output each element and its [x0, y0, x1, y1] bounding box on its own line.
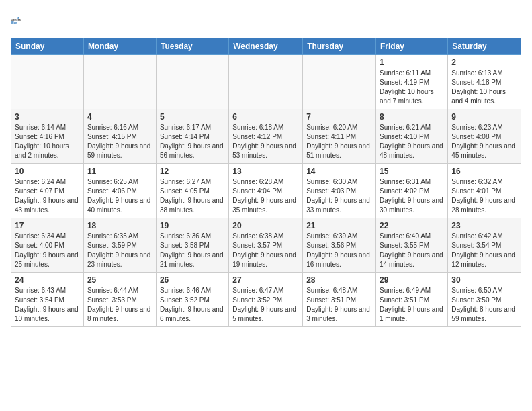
calendar-cell: 26Sunrise: 6:46 AM Sunset: 3:52 PM Dayli… — [156, 273, 228, 327]
day-content: Sunrise: 6:32 AM Sunset: 4:01 PM Dayligh… — [451, 177, 517, 215]
day-number: 13 — [232, 167, 299, 176]
calendar-cell: 28Sunrise: 6:48 AM Sunset: 3:51 PM Dayli… — [303, 273, 376, 327]
week-row-1: 3Sunrise: 6:14 AM Sunset: 4:16 PM Daylig… — [11, 109, 521, 164]
day-number: 6 — [232, 112, 299, 122]
dow-wednesday: Wednesday — [229, 38, 303, 55]
calendar-cell: 1Sunrise: 6:11 AM Sunset: 4:19 PM Daylig… — [376, 55, 448, 109]
calendar-table: SundayMondayTuesdayWednesdayThursdayFrid… — [11, 38, 521, 327]
calendar-cell — [83, 55, 156, 109]
calendar-cell: 7Sunrise: 6:20 AM Sunset: 4:11 PM Daylig… — [303, 109, 376, 164]
calendar-cell: 8Sunrise: 6:21 AM Sunset: 4:10 PM Daylig… — [376, 109, 448, 164]
day-content: Sunrise: 6:14 AM Sunset: 4:16 PM Dayligh… — [15, 123, 80, 161]
day-content: Sunrise: 6:25 AM Sunset: 4:06 PM Dayligh… — [87, 177, 152, 215]
calendar-cell: 6Sunrise: 6:18 AM Sunset: 4:12 PM Daylig… — [229, 109, 303, 164]
calendar-cell: 12Sunrise: 6:27 AM Sunset: 4:05 PM Dayli… — [156, 164, 228, 218]
day-number: 3 — [15, 112, 80, 122]
day-number: 22 — [380, 221, 444, 230]
day-content: Sunrise: 6:21 AM Sunset: 4:10 PM Dayligh… — [380, 123, 444, 161]
dow-saturday: Saturday — [448, 38, 521, 55]
day-content: Sunrise: 6:48 AM Sunset: 3:51 PM Dayligh… — [306, 286, 372, 324]
calendar-cell: 14Sunrise: 6:30 AM Sunset: 4:03 PM Dayli… — [303, 164, 376, 218]
day-number: 18 — [87, 221, 152, 230]
calendar-cell: 10Sunrise: 6:24 AM Sunset: 4:07 PM Dayli… — [11, 164, 84, 218]
day-content: Sunrise: 6:35 AM Sunset: 3:59 PM Dayligh… — [87, 232, 152, 269]
day-number: 2 — [451, 58, 517, 67]
day-number: 14 — [306, 167, 372, 176]
calendar-cell: 19Sunrise: 6:36 AM Sunset: 3:58 PM Dayli… — [156, 218, 228, 273]
calendar-cell: 17Sunrise: 6:34 AM Sunset: 4:00 PM Dayli… — [11, 218, 84, 273]
week-row-3: 17Sunrise: 6:34 AM Sunset: 4:00 PM Dayli… — [11, 218, 521, 273]
calendar-cell: 16Sunrise: 6:32 AM Sunset: 4:01 PM Dayli… — [448, 164, 521, 218]
day-content: Sunrise: 6:43 AM Sunset: 3:54 PM Dayligh… — [15, 286, 80, 324]
dow-thursday: Thursday — [303, 38, 376, 55]
calendar-cell: 23Sunrise: 6:42 AM Sunset: 3:54 PM Dayli… — [448, 218, 521, 273]
day-number: 20 — [232, 221, 299, 230]
week-row-2: 10Sunrise: 6:24 AM Sunset: 4:07 PM Dayli… — [11, 164, 521, 218]
calendar-cell: 22Sunrise: 6:40 AM Sunset: 3:55 PM Dayli… — [376, 218, 448, 273]
calendar-cell: 9Sunrise: 6:23 AM Sunset: 4:08 PM Daylig… — [448, 109, 521, 164]
calendar-cell: 25Sunrise: 6:44 AM Sunset: 3:53 PM Dayli… — [83, 273, 156, 327]
calendar-cell: 18Sunrise: 6:35 AM Sunset: 3:59 PM Dayli… — [83, 218, 156, 273]
calendar-cell: 21Sunrise: 6:39 AM Sunset: 3:56 PM Dayli… — [303, 218, 376, 273]
day-content: Sunrise: 6:11 AM Sunset: 4:19 PM Dayligh… — [380, 68, 444, 106]
calendar-cell: 15Sunrise: 6:31 AM Sunset: 4:02 PM Dayli… — [376, 164, 448, 218]
calendar-cell: 24Sunrise: 6:43 AM Sunset: 3:54 PM Dayli… — [11, 273, 84, 327]
day-number: 29 — [380, 275, 444, 285]
day-content: Sunrise: 6:36 AM Sunset: 3:58 PM Dayligh… — [160, 232, 225, 269]
page-header: General Blue — [11, 11, 521, 30]
day-number: 15 — [380, 167, 444, 176]
day-content: Sunrise: 6:31 AM Sunset: 4:02 PM Dayligh… — [380, 177, 444, 215]
day-content: Sunrise: 6:23 AM Sunset: 4:08 PM Dayligh… — [451, 123, 517, 161]
day-number: 30 — [451, 275, 517, 285]
day-number: 7 — [306, 112, 372, 122]
calendar-cell — [229, 55, 303, 109]
day-content: Sunrise: 6:17 AM Sunset: 4:14 PM Dayligh… — [160, 123, 225, 161]
calendar-cell: 11Sunrise: 6:25 AM Sunset: 4:06 PM Dayli… — [83, 164, 156, 218]
calendar-cell: 20Sunrise: 6:38 AM Sunset: 3:57 PM Dayli… — [229, 218, 303, 273]
calendar-cell — [11, 55, 84, 109]
svg-text:Blue: Blue — [11, 21, 17, 24]
day-number: 21 — [306, 221, 372, 230]
day-content: Sunrise: 6:46 AM Sunset: 3:52 PM Dayligh… — [160, 286, 225, 324]
day-number: 12 — [160, 167, 225, 176]
calendar-body: 1Sunrise: 6:11 AM Sunset: 4:19 PM Daylig… — [11, 55, 521, 327]
day-content: Sunrise: 6:44 AM Sunset: 3:53 PM Dayligh… — [87, 286, 152, 324]
day-number: 26 — [160, 275, 225, 285]
day-content: Sunrise: 6:40 AM Sunset: 3:55 PM Dayligh… — [380, 232, 444, 269]
logo: General Blue — [11, 11, 32, 30]
calendar-cell — [156, 55, 228, 109]
day-content: Sunrise: 6:20 AM Sunset: 4:11 PM Dayligh… — [306, 123, 372, 161]
day-content: Sunrise: 6:18 AM Sunset: 4:12 PM Dayligh… — [232, 123, 299, 161]
calendar-cell: 27Sunrise: 6:47 AM Sunset: 3:52 PM Dayli… — [229, 273, 303, 327]
day-content: Sunrise: 6:24 AM Sunset: 4:07 PM Dayligh… — [15, 177, 80, 215]
dow-sunday: Sunday — [11, 38, 84, 55]
day-content: Sunrise: 6:13 AM Sunset: 4:18 PM Dayligh… — [451, 68, 517, 106]
week-row-4: 24Sunrise: 6:43 AM Sunset: 3:54 PM Dayli… — [11, 273, 521, 327]
day-number: 28 — [306, 275, 372, 285]
day-content: Sunrise: 6:30 AM Sunset: 4:03 PM Dayligh… — [306, 177, 372, 215]
calendar-cell: 4Sunrise: 6:16 AM Sunset: 4:15 PM Daylig… — [83, 109, 156, 164]
day-number: 17 — [15, 221, 80, 230]
day-number: 11 — [87, 167, 152, 176]
dow-friday: Friday — [376, 38, 448, 55]
calendar-cell: 5Sunrise: 6:17 AM Sunset: 4:14 PM Daylig… — [156, 109, 228, 164]
day-number: 5 — [160, 112, 225, 122]
calendar-cell: 2Sunrise: 6:13 AM Sunset: 4:18 PM Daylig… — [448, 55, 521, 109]
day-content: Sunrise: 6:50 AM Sunset: 3:50 PM Dayligh… — [451, 286, 517, 324]
day-number: 16 — [451, 167, 517, 176]
day-number: 23 — [451, 221, 517, 230]
day-number: 4 — [87, 112, 152, 122]
calendar-cell: 30Sunrise: 6:50 AM Sunset: 3:50 PM Dayli… — [448, 273, 521, 327]
calendar-cell: 3Sunrise: 6:14 AM Sunset: 4:16 PM Daylig… — [11, 109, 84, 164]
day-number: 27 — [232, 275, 299, 285]
day-content: Sunrise: 6:27 AM Sunset: 4:05 PM Dayligh… — [160, 177, 225, 215]
day-content: Sunrise: 6:16 AM Sunset: 4:15 PM Dayligh… — [87, 123, 152, 161]
day-content: Sunrise: 6:34 AM Sunset: 4:00 PM Dayligh… — [15, 232, 80, 269]
day-content: Sunrise: 6:49 AM Sunset: 3:51 PM Dayligh… — [380, 286, 444, 324]
day-number: 25 — [87, 275, 152, 285]
day-content: Sunrise: 6:39 AM Sunset: 3:56 PM Dayligh… — [306, 232, 372, 269]
calendar-cell: 29Sunrise: 6:49 AM Sunset: 3:51 PM Dayli… — [376, 273, 448, 327]
calendar-cell — [303, 55, 376, 109]
day-number: 8 — [380, 112, 444, 122]
logo-icon: General Blue — [11, 11, 30, 30]
